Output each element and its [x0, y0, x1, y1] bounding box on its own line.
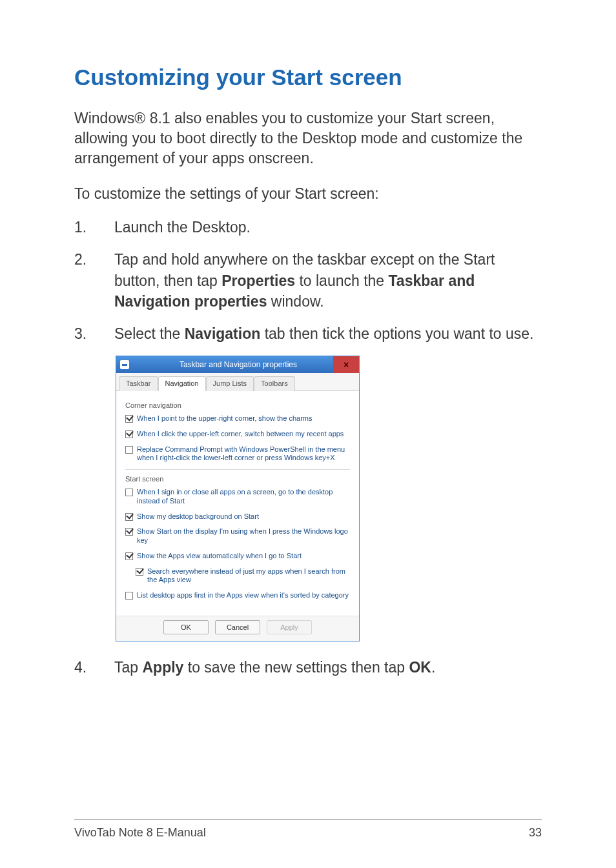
- dialog-titlebar: Taskbar and Navigation properties ×: [116, 356, 359, 373]
- step-number: 1.: [74, 217, 114, 237]
- bold-text: Navigation: [185, 325, 261, 342]
- step-number: 4.: [74, 657, 114, 678]
- option-row: When I click the upper-left corner, swit…: [125, 430, 350, 439]
- option-row: Show my desktop background on Start: [125, 512, 350, 521]
- option-label: When I sign in or close all apps on a sc…: [137, 488, 350, 506]
- page-number: 33: [529, 826, 542, 840]
- tab-taskbar[interactable]: Taskbar: [119, 376, 158, 391]
- checkbox-powershell[interactable]: [125, 446, 133, 454]
- intro-paragraph: Windows® 8.1 also enables you to customi…: [74, 108, 542, 168]
- ok-button[interactable]: OK: [163, 620, 209, 634]
- option-row: When I sign in or close all apps on a sc…: [125, 488, 350, 506]
- dialog-title: Taskbar and Navigation properties: [133, 360, 359, 369]
- text-fragment: window.: [267, 293, 323, 310]
- text-fragment: to save the new settings then tap: [183, 659, 409, 676]
- steps-list-continued: 4. Tap Apply to save the new settings th…: [74, 657, 542, 678]
- page-footer: VivoTab Note 8 E-Manual 33: [74, 819, 542, 840]
- cancel-button[interactable]: Cancel: [215, 620, 260, 634]
- group-start-screen: Start screen: [125, 475, 350, 483]
- group-corner-navigation: Corner navigation: [125, 401, 350, 409]
- instruction-text: To customize the settings of your Start …: [74, 184, 542, 204]
- text-fragment: Tap: [114, 659, 142, 676]
- checkbox-start-display[interactable]: [125, 528, 133, 536]
- option-row: Search everywhere instead of just my app…: [125, 567, 350, 585]
- checkbox-desktop-signin[interactable]: [125, 489, 133, 496]
- checkbox-search-everywhere[interactable]: [136, 568, 143, 576]
- checkbox-charms[interactable]: [125, 415, 133, 423]
- option-label: Show the Apps view automatically when I …: [137, 552, 302, 561]
- option-label: Replace Command Prompt with Windows Powe…: [137, 445, 350, 463]
- steps-list: 1. Launch the Desktop. 2. Tap and hold a…: [74, 217, 542, 344]
- apply-button[interactable]: Apply: [267, 620, 312, 634]
- step-text: Launch the Desktop.: [114, 217, 542, 237]
- tab-strip: Taskbar Navigation Jump Lists Toolbars: [116, 373, 359, 391]
- taskbar-navigation-dialog: Taskbar and Navigation properties × Task…: [116, 356, 360, 641]
- step-3: 3. Select the Navigation tab then tick t…: [74, 323, 542, 344]
- checkbox-recent-apps[interactable]: [125, 430, 133, 438]
- tab-toolbars[interactable]: Toolbars: [254, 376, 295, 391]
- close-icon: ×: [344, 359, 349, 370]
- text-fragment: Select the: [114, 325, 185, 342]
- option-label: When I point to the upper-right corner, …: [137, 414, 312, 423]
- option-label: List desktop apps first in the Apps view…: [137, 591, 349, 600]
- dialog-screenshot: Taskbar and Navigation properties × Task…: [116, 356, 542, 641]
- step-text: Tap and hold anywhere on the taskbar exc…: [114, 249, 542, 312]
- dialog-button-row: OK Cancel Apply: [116, 616, 359, 641]
- separator: [125, 469, 350, 470]
- option-label: Show Start on the display I'm using when…: [137, 527, 350, 545]
- step-4: 4. Tap Apply to save the new settings th…: [74, 657, 542, 678]
- checkbox-desktop-bg[interactable]: [125, 513, 133, 521]
- step-number: 3.: [74, 323, 114, 344]
- bold-text: OK: [409, 659, 431, 676]
- step-2: 2. Tap and hold anywhere on the taskbar …: [74, 249, 542, 312]
- page-heading: Customizing your Start screen: [74, 65, 542, 90]
- bold-text: Properties: [221, 272, 295, 289]
- option-row: Show the Apps view automatically when I …: [125, 552, 350, 561]
- text-fragment: tab then tick the options you want to us…: [260, 325, 533, 342]
- option-label: When I click the upper-left corner, swit…: [137, 430, 344, 439]
- option-row: Show Start on the display I'm using when…: [125, 527, 350, 545]
- option-row: List desktop apps first in the Apps view…: [125, 591, 350, 600]
- option-label: Search everywhere instead of just my app…: [147, 567, 350, 585]
- step-text: Select the Navigation tab then tick the …: [114, 323, 542, 344]
- tab-navigation[interactable]: Navigation: [158, 376, 206, 391]
- step-number: 2.: [74, 249, 114, 312]
- system-icon: [120, 360, 129, 369]
- checkbox-desktop-apps-first[interactable]: [125, 592, 133, 600]
- option-label: Show my desktop background on Start: [137, 512, 259, 521]
- tab-jumplists[interactable]: Jump Lists: [206, 376, 254, 391]
- option-row: Replace Command Prompt with Windows Powe…: [125, 445, 350, 463]
- step-text: Tap Apply to save the new settings then …: [114, 657, 542, 678]
- close-button[interactable]: ×: [333, 356, 359, 373]
- dialog-panel: Corner navigation When I point to the up…: [116, 391, 359, 616]
- bold-text: Apply: [142, 659, 183, 676]
- step-1: 1. Launch the Desktop.: [74, 217, 542, 237]
- footer-title: VivoTab Note 8 E-Manual: [74, 826, 206, 840]
- text-fragment: .: [431, 659, 435, 676]
- option-row: When I point to the upper-right corner, …: [125, 414, 350, 423]
- checkbox-apps-view[interactable]: [125, 552, 133, 560]
- text-fragment: to launch the: [295, 272, 389, 289]
